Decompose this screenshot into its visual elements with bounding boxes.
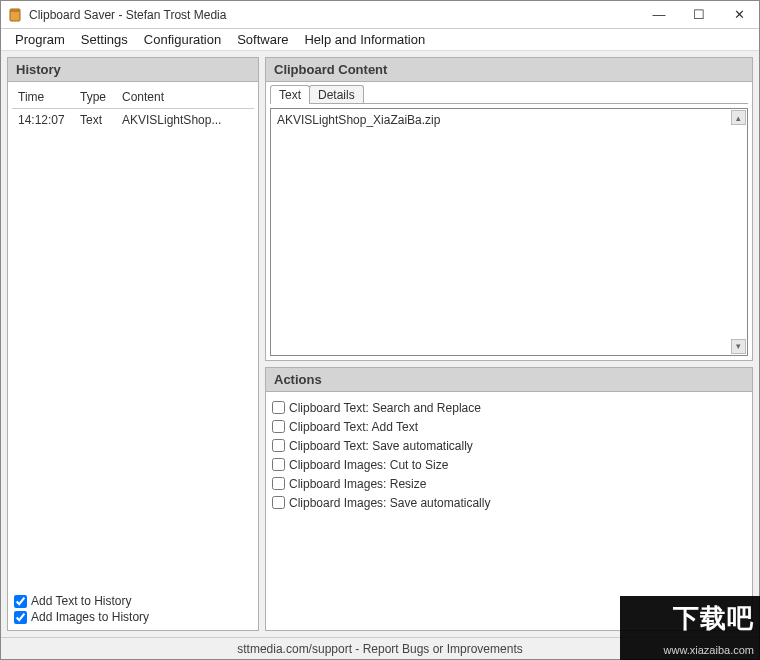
action-label-2: Clipboard Text: Save automatically [289,439,473,453]
add-images-label: Add Images to History [31,610,149,624]
menubar: Program Settings Configuration Software … [1,29,759,51]
action-label-0: Clipboard Text: Search and Replace [289,401,481,415]
history-options: Add Text to History Add Images to Histor… [8,588,258,630]
action-check-4[interactable] [272,477,285,490]
actions-panel: Actions Clipboard Text: Search and Repla… [265,367,753,631]
action-check-3[interactable] [272,458,285,471]
clipboard-tabs: Text Details [266,82,752,104]
action-check-0[interactable] [272,401,285,414]
history-header-row: Time Type Content [12,86,254,109]
history-table: Time Type Content 14:12:07 Text AKVISLig… [8,82,258,588]
action-check-2[interactable] [272,439,285,452]
maximize-button[interactable]: ☐ [679,1,719,28]
add-text-label: Add Text to History [31,594,132,608]
app-icon [7,7,23,23]
statusbar: sttmedia.com/support - Report Bugs or Im… [1,637,759,659]
right-column: Clipboard Content Text Details AKVISLigh… [265,57,753,631]
clipboard-text-value: AKVISLightShop_XiaZaiBa.zip [277,113,440,127]
col-time[interactable]: Time [12,86,74,109]
menu-settings[interactable]: Settings [73,30,136,49]
menu-program[interactable]: Program [7,30,73,49]
tab-text[interactable]: Text [270,85,310,104]
main-area: History Time Type Content 14:12:07 Text [1,51,759,637]
action-label-4: Clipboard Images: Resize [289,477,426,491]
tab-details[interactable]: Details [309,85,364,104]
action-check-5[interactable] [272,496,285,509]
action-check-1[interactable] [272,420,285,433]
history-cell-type: Text [74,109,116,132]
action-label-3: Clipboard Images: Cut to Size [289,458,448,472]
status-text: sttmedia.com/support - Report Bugs or Im… [237,642,522,656]
col-content[interactable]: Content [116,86,254,109]
titlebar: Clipboard Saver - Stefan Trost Media ― ☐… [1,1,759,29]
history-cell-content: AKVISLightShop... [116,109,254,132]
history-cell-time: 14:12:07 [12,109,74,132]
col-type[interactable]: Type [74,86,116,109]
actions-header: Actions [266,368,752,392]
actions-body: Clipboard Text: Search and Replace Clipb… [266,392,752,630]
clipboard-header: Clipboard Content [266,58,752,82]
add-images-checkbox[interactable] [14,611,27,624]
menu-configuration[interactable]: Configuration [136,30,229,49]
close-button[interactable]: ✕ [719,1,759,28]
history-panel: History Time Type Content 14:12:07 Text [7,57,259,631]
window-controls: ― ☐ ✕ [639,1,759,28]
add-text-checkbox[interactable] [14,595,27,608]
svg-rect-1 [10,9,20,12]
minimize-button[interactable]: ― [639,1,679,28]
menu-software[interactable]: Software [229,30,296,49]
clipboard-text-area[interactable]: AKVISLightShop_XiaZaiBa.zip ▴ ▾ [270,108,748,356]
scroll-down-icon[interactable]: ▾ [731,339,746,354]
action-label-5: Clipboard Images: Save automatically [289,496,490,510]
menu-help[interactable]: Help and Information [296,30,433,49]
window-title: Clipboard Saver - Stefan Trost Media [29,8,639,22]
history-row[interactable]: 14:12:07 Text AKVISLightShop... [12,109,254,132]
action-label-1: Clipboard Text: Add Text [289,420,418,434]
app-window: Clipboard Saver - Stefan Trost Media ― ☐… [0,0,760,660]
scroll-up-icon[interactable]: ▴ [731,110,746,125]
clipboard-content-panel: Clipboard Content Text Details AKVISLigh… [265,57,753,361]
history-header: History [8,58,258,82]
